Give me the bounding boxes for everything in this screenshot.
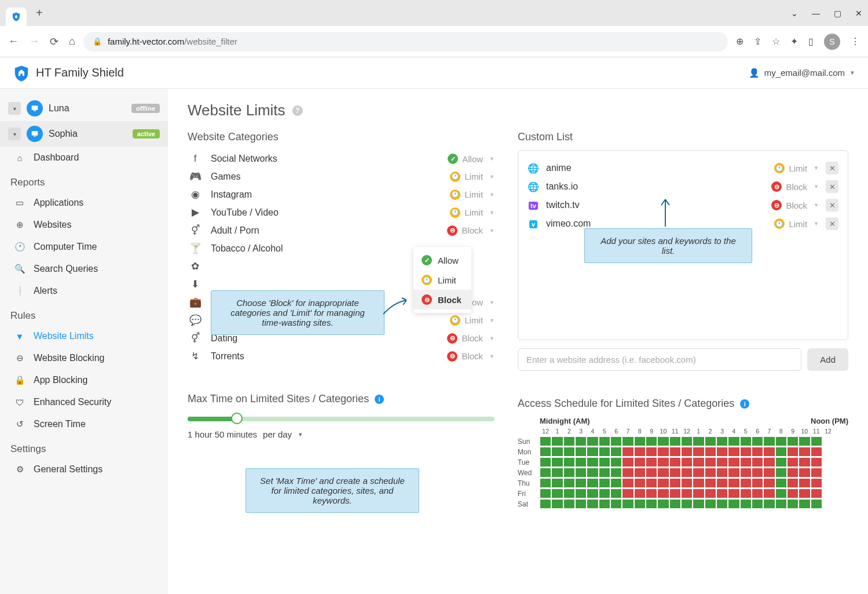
- share-icon[interactable]: ⇪: [754, 36, 761, 47]
- schedule-cell[interactable]: [811, 489, 822, 498]
- schedule-cell[interactable]: [752, 499, 763, 509]
- schedule-cell[interactable]: [563, 436, 575, 446]
- schedule-cell[interactable]: [763, 468, 775, 478]
- schedule-cell[interactable]: [705, 457, 716, 467]
- schedule-cell[interactable]: [705, 436, 716, 446]
- schedule-cell[interactable]: [646, 499, 657, 509]
- schedule-cell[interactable]: [775, 447, 787, 457]
- schedule-cell[interactable]: [610, 499, 622, 509]
- sidebar-item-general-settings[interactable]: ⚙General Settings: [0, 458, 168, 480]
- schedule-cell[interactable]: [693, 468, 704, 478]
- schedule-cell[interactable]: [551, 499, 563, 509]
- schedule-cell[interactable]: [551, 478, 563, 488]
- dropdown-option-block[interactable]: ⊖Block: [413, 290, 471, 309]
- profile-item-sophia[interactable]: ▾ Sophia active: [0, 121, 168, 147]
- schedule-cell[interactable]: [646, 468, 657, 478]
- schedule-cell[interactable]: [587, 447, 598, 457]
- schedule-cell[interactable]: [622, 499, 633, 509]
- schedule-cell[interactable]: [575, 499, 587, 509]
- schedule-cell[interactable]: [705, 478, 716, 488]
- schedule-cell[interactable]: [740, 499, 752, 509]
- schedule-cell[interactable]: [681, 436, 693, 446]
- schedule-cell[interactable]: [551, 447, 563, 457]
- schedule-cell[interactable]: [669, 457, 681, 467]
- schedule-cell[interactable]: [599, 457, 610, 467]
- schedule-cell[interactable]: [540, 499, 551, 509]
- sidebar-item-alerts[interactable]: ❕Alerts: [0, 280, 168, 302]
- schedule-cell[interactable]: [681, 489, 693, 498]
- remove-button[interactable]: ✕: [826, 217, 838, 230]
- schedule-cell[interactable]: [575, 447, 587, 457]
- site-action[interactable]: 🕐 Limit ▼: [774, 218, 819, 229]
- schedule-cell[interactable]: [716, 457, 728, 467]
- sidebar-item-website-limits[interactable]: ▼Website Limits: [0, 325, 168, 347]
- schedule-cell[interactable]: [799, 468, 810, 478]
- schedule-cell[interactable]: [799, 478, 810, 488]
- profile-avatar[interactable]: S: [824, 34, 840, 50]
- schedule-cell[interactable]: [657, 478, 669, 488]
- schedule-cell[interactable]: [669, 436, 681, 446]
- schedule-cell[interactable]: [551, 489, 563, 498]
- schedule-cell[interactable]: [587, 436, 598, 446]
- schedule-cell[interactable]: [657, 489, 669, 498]
- schedule-cell[interactable]: [669, 499, 681, 509]
- schedule-cell[interactable]: [763, 436, 775, 446]
- schedule-cell[interactable]: [763, 499, 775, 509]
- schedule-cell[interactable]: [540, 489, 551, 498]
- user-menu[interactable]: 👤 my_email@mail.com ▼: [749, 68, 855, 78]
- chevron-down-icon[interactable]: ▼: [298, 432, 303, 438]
- schedule-cell[interactable]: [752, 478, 763, 488]
- schedule-cell[interactable]: [575, 489, 587, 498]
- schedule-cell[interactable]: [752, 489, 763, 498]
- schedule-cell[interactable]: [705, 489, 716, 498]
- schedule-cell[interactable]: [693, 457, 704, 467]
- schedule-cell[interactable]: [763, 447, 775, 457]
- schedule-cell[interactable]: [763, 457, 775, 467]
- schedule-cell[interactable]: [775, 468, 787, 478]
- sidebar-item-dashboard[interactable]: ⌂Dashboard: [0, 147, 168, 169]
- schedule-cell[interactable]: [622, 457, 633, 467]
- schedule-cell[interactable]: [740, 489, 752, 498]
- schedule-cell[interactable]: [681, 499, 693, 509]
- schedule-cell[interactable]: [657, 468, 669, 478]
- sidebar-item-screen-time[interactable]: ↺Screen Time: [0, 413, 168, 435]
- schedule-cell[interactable]: [575, 468, 587, 478]
- schedule-cell[interactable]: [740, 447, 752, 457]
- schedule-cell[interactable]: [752, 447, 763, 457]
- schedule-cell[interactable]: [657, 499, 669, 509]
- site-action[interactable]: ⊖ Block ▼: [771, 181, 819, 192]
- schedule-cell[interactable]: [787, 478, 799, 488]
- schedule-cell[interactable]: [799, 447, 810, 457]
- schedule-cell[interactable]: [634, 489, 646, 498]
- schedule-cell[interactable]: [787, 489, 799, 498]
- schedule-cell[interactable]: [681, 478, 693, 488]
- slider-thumb[interactable]: [231, 413, 243, 424]
- sidebar-item-search-queries[interactable]: 🔍Search Queries: [0, 258, 168, 280]
- schedule-grid[interactable]: SunMonTueWedThuFriSat: [518, 436, 848, 509]
- schedule-cell[interactable]: [728, 499, 739, 509]
- schedule-cell[interactable]: [634, 436, 646, 446]
- site-action[interactable]: 🕐 Limit ▼: [774, 163, 819, 173]
- schedule-cell[interactable]: [705, 468, 716, 478]
- schedule-cell[interactable]: [563, 499, 575, 509]
- schedule-cell[interactable]: [634, 468, 646, 478]
- schedule-cell[interactable]: [622, 478, 633, 488]
- schedule-cell[interactable]: [775, 436, 787, 446]
- schedule-cell[interactable]: [728, 468, 739, 478]
- add-button[interactable]: Add: [807, 348, 848, 371]
- schedule-cell[interactable]: [610, 489, 622, 498]
- schedule-cell[interactable]: [693, 436, 704, 446]
- schedule-cell[interactable]: [657, 436, 669, 446]
- schedule-cell[interactable]: [610, 478, 622, 488]
- schedule-cell[interactable]: [610, 436, 622, 446]
- schedule-cell[interactable]: [681, 457, 693, 467]
- schedule-cell[interactable]: [787, 468, 799, 478]
- schedule-cell[interactable]: [799, 436, 810, 446]
- schedule-cell[interactable]: [646, 489, 657, 498]
- schedule-cell[interactable]: [811, 499, 822, 509]
- schedule-cell[interactable]: [669, 478, 681, 488]
- schedule-cell[interactable]: [740, 436, 752, 446]
- home-button[interactable]: ⌂: [69, 35, 75, 48]
- schedule-cell[interactable]: [787, 436, 799, 446]
- schedule-cell[interactable]: [634, 447, 646, 457]
